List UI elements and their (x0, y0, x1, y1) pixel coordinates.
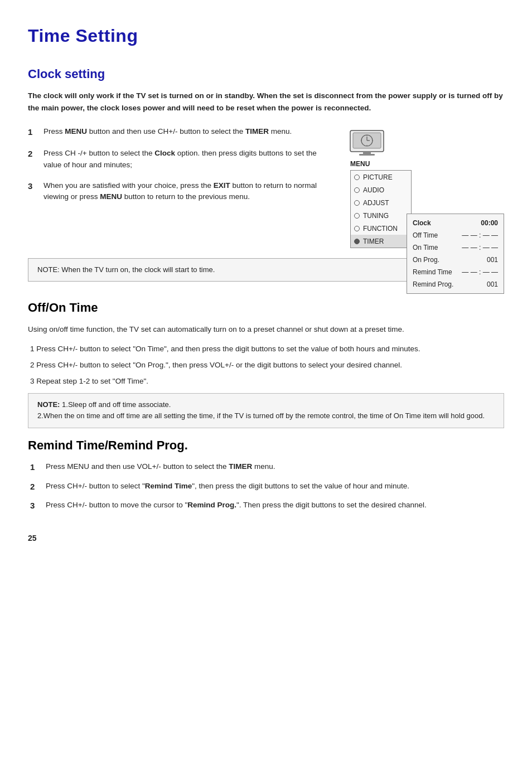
submenu-item-label: On Prog. (413, 255, 439, 265)
clock-note-text: NOTE: When the TV turn on, the clock wil… (37, 265, 215, 274)
remind-step: 1Press MENU and then use VOL+/- button t… (30, 461, 504, 474)
submenu-box: Clock00:00Off Time— — : — —On Time— — : … (407, 214, 504, 294)
menu-box: PICTUREAUDIOADJUSTTUNINGFUNCTIONTIMER (350, 170, 412, 248)
submenu-item-value: — — : — — (462, 243, 498, 253)
menu-row: TUNING (351, 209, 411, 222)
menu-circle-icon (354, 187, 360, 193)
offontime-steps: 1 Press CH+/- button to select "On Time"… (30, 343, 504, 388)
step-number: 1 (28, 126, 38, 139)
menu-circle-icon (354, 175, 360, 180)
submenu-row: Remind Prog.001 (413, 278, 498, 290)
submenu-row: On Time— — : — — (413, 241, 498, 254)
tv-menu-diagram: MENU PICTUREAUDIOADJUSTTUNINGFUNCTIONTIM… (342, 126, 504, 248)
remind-step: 3Press CH+/- button to move the cursor t… (30, 500, 504, 512)
menu-item-label: AUDIO (363, 185, 399, 195)
remind-step: 2Press CH+/- button to select "Remind Ti… (30, 481, 504, 493)
step-number: 3 (28, 180, 38, 193)
offontime-heading: Off/On Time (28, 298, 504, 317)
step-text: Press CH+/- button to select "Remind Tim… (46, 481, 409, 492)
step-text: Press CH+/- button to move the cursor to… (46, 500, 427, 511)
step-text: Press CH -/+ button to select the Clock … (43, 148, 326, 171)
menu-row: PICTURE (351, 171, 411, 183)
remind-steps: 1Press MENU and then use VOL+/- button t… (30, 461, 504, 512)
step-number: 1 (30, 461, 40, 474)
offontime-note-title: NOTE: 1.Sleep off and off time associate… (37, 400, 485, 420)
submenu-item-value: 001 (487, 279, 498, 289)
submenu-item-label: On Time (413, 243, 438, 253)
step-number: 2 (30, 481, 40, 493)
submenu-item-value: — — : — — (462, 230, 498, 240)
menu-circle-icon (354, 239, 360, 244)
svg-rect-2 (363, 152, 371, 154)
submenu-row: Remind Time— — : — — (413, 266, 498, 278)
menu-circle-icon (354, 200, 360, 206)
submenu-item-label: Off Time (413, 230, 438, 240)
step-number: 3 (30, 500, 40, 512)
menu-row: TIMER (351, 235, 411, 248)
clock-section: Clock setting The clock will only work i… (28, 65, 504, 282)
submenu-row: Clock00:00 (413, 217, 498, 229)
offontime-note: NOTE: 1.Sleep off and off time associate… (28, 393, 504, 429)
menu-item-label: FUNCTION (363, 224, 399, 234)
submenu-item-label: Clock (413, 218, 431, 228)
remind-heading: Remind Time/Remind Prog. (28, 436, 504, 454)
step-number: 2 (28, 148, 38, 161)
offontime-intro: Using on/off time function, the TV set c… (28, 323, 504, 336)
menu-circle-icon (354, 226, 360, 231)
menu-item-label: TUNING (363, 211, 399, 221)
menu-item-label: TIMER (363, 236, 399, 246)
svg-rect-3 (359, 154, 375, 156)
offontime-step: 3 Repeat step 1-2 to set "Off Time". (30, 376, 504, 388)
submenu-item-label: Remind Time (413, 267, 452, 277)
submenu-item-label: Remind Prog. (413, 279, 453, 289)
clock-heading: Clock setting (28, 65, 504, 83)
menu-circle-icon (354, 213, 360, 219)
menu-item-label: ADJUST (363, 198, 399, 208)
page-number: 25 (28, 532, 504, 544)
submenu-item-value: 00:00 (481, 218, 498, 228)
submenu-item-value: 001 (487, 255, 498, 265)
offontime-step: 2 Press CH+/- button to select "On Prog.… (30, 360, 504, 371)
tv-icon (348, 126, 386, 157)
page-title: Time Setting (28, 22, 504, 49)
step-text: Press MENU button and then use CH+/- but… (43, 126, 292, 138)
step-text: When you are satisfied with your choice,… (43, 180, 326, 204)
remind-section: Remind Time/Remind Prog. 1Press MENU and… (28, 436, 504, 512)
clock-steps: 1Press MENU button and then use CH+/- bu… (28, 126, 326, 248)
submenu-item-value: — — : — — (462, 267, 498, 277)
offontime-section: Off/On Time Using on/off time function, … (28, 298, 504, 428)
menu-row: ADJUST (351, 196, 411, 209)
menu-label: MENU (350, 159, 504, 169)
clock-intro: The clock will only work if the TV set i… (28, 90, 504, 114)
menu-row: FUNCTION (351, 222, 411, 235)
clock-step: 1Press MENU button and then use CH+/- bu… (28, 126, 326, 139)
menu-row: AUDIO (351, 183, 411, 196)
offontime-step: 1 Press CH+/- button to select "On Time"… (30, 343, 504, 355)
step-text: Press MENU and then use VOL+/- button to… (46, 461, 275, 473)
menu-item-label: PICTURE (363, 172, 399, 182)
submenu-row: Off Time— — : — — (413, 229, 498, 241)
clock-step: 3When you are satisfied with your choice… (28, 180, 326, 204)
clock-step: 2Press CH -/+ button to select the Clock… (28, 148, 326, 171)
submenu-row: On Prog.001 (413, 254, 498, 266)
